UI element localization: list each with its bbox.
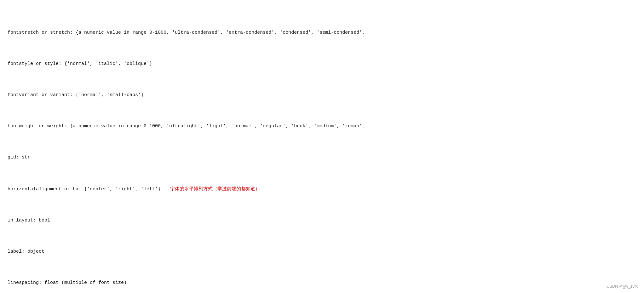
line-fontweight-text: fontweight or weight: {a numeric value i…: [8, 123, 365, 130]
line-gid-text: gid: str: [8, 154, 30, 162]
line-ha-text: horizontalalignment or ha: {'center', 'r…: [8, 186, 161, 193]
line-gid: gid: str: [8, 154, 636, 162]
line-fontstyle: fontstyle or style: {'normal', 'italic',…: [8, 60, 636, 68]
line-fontstyle-text: fontstyle or style: {'normal', 'italic',…: [8, 60, 152, 68]
line-fontvariant-text: fontvariant or variant: {'normal', 'smal…: [8, 91, 144, 99]
line-linespacing-text: linespacing: float (multiple of font siz…: [8, 279, 127, 287]
line-fontstretch-text: fontstretch or stretch: {a numeric value…: [8, 29, 365, 37]
line-ha: horizontalalignment or ha: {'center', 'r…: [8, 185, 636, 193]
line-label: label: object: [8, 248, 636, 256]
ha-annotation: 字体的水平排列方式（学过前端的都知道）: [170, 185, 260, 193]
line-in-layout: in_layout: bool: [8, 217, 636, 225]
line-in-layout-text: in_layout: bool: [8, 217, 50, 225]
line-fontvariant: fontvariant or variant: {'normal', 'smal…: [8, 91, 636, 99]
line-label-text: label: object: [8, 248, 44, 256]
line-fontweight: fontweight or weight: {a numeric value i…: [8, 123, 636, 130]
code-block: fontstretch or stretch: {a numeric value…: [8, 6, 636, 293]
line-fontstretch: fontstretch or stretch: {a numeric value…: [8, 29, 636, 37]
watermark-text: CSDN @jjw_zyfx: [607, 284, 638, 289]
watermark: CSDN @jjw_zyfx: [607, 284, 638, 289]
line-linespacing: linespacing: float (multiple of font siz…: [8, 279, 636, 287]
